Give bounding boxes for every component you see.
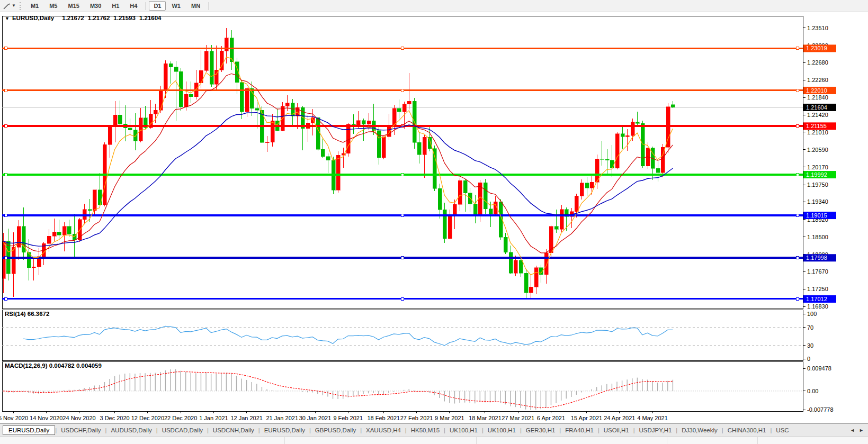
price-tick-label: 1.20170 [807, 164, 828, 170]
rsi-axis-label: 100 [807, 311, 817, 317]
hline-handle[interactable] [4, 257, 7, 259]
date-tick-label: 27 Feb 2021 [400, 415, 433, 421]
timeframe-buttons: M1M5M15M30H1H4D1W1MN [25, 1, 211, 11]
chart-tab-usdjpy-h1[interactable]: USDJPY,H1 [635, 425, 676, 435]
tab-scroll-left-icon[interactable]: ◄ [850, 428, 855, 433]
timeframe-button-m1[interactable]: M1 [26, 1, 43, 11]
price-badge-label: 1.17012 [806, 296, 827, 302]
status-bar [0, 436, 868, 444]
hline-handle[interactable] [401, 214, 404, 217]
price-tick-label: 1.19340 [807, 198, 828, 205]
date-tick-label: 24 Nov 2020 [62, 415, 95, 421]
date-tick-label: 22 Dec 2020 [164, 415, 197, 421]
hline-handle[interactable] [4, 89, 7, 92]
price-tick-label: 1.16830 [807, 303, 828, 310]
price-tick-label: 1.21840 [807, 94, 828, 101]
toolbar-separator [208, 2, 209, 10]
pane-frames [3, 16, 803, 412]
hline-handle[interactable] [796, 257, 799, 259]
hline-handle[interactable] [4, 125, 7, 128]
toolbar-separator [145, 2, 146, 10]
price-tick-label: 1.18500 [807, 234, 828, 240]
tab-scroll-right-icon[interactable]: ► [859, 428, 864, 433]
price-tick-label: 1.22260 [807, 77, 828, 83]
hline-handle[interactable] [401, 89, 404, 92]
date-tick-label: 12 Dec 2020 [131, 415, 164, 421]
hline-handle[interactable] [796, 174, 799, 176]
chart-tab-uk100-h1[interactable]: UK100,H1 [445, 425, 482, 435]
timeframe-button-m30[interactable]: M30 [85, 1, 106, 11]
hline-handle[interactable] [401, 297, 404, 300]
hline-handle[interactable] [796, 297, 799, 300]
chart-tab-eurusd-daily[interactable]: EURUSD,Daily [260, 425, 309, 435]
chart-tab-ger30-h1[interactable]: GER30,H1 [522, 425, 560, 435]
date-tick-label: 18 Feb 2021 [367, 415, 400, 421]
chart-tab-dj30-weekly[interactable]: DJ30,Weekly [677, 425, 722, 435]
chart-tab-xauusd-h4[interactable]: XAUUSD,H4 [362, 425, 405, 435]
hline-handle[interactable] [401, 174, 404, 176]
chart-tab-usc[interactable]: USC [772, 425, 793, 435]
date-tick-label: 5 Nov 2020 [0, 415, 28, 421]
chart-tab-bar: EURUSD,Daily|USDCHF,Daily|AUDUSD,Daily|U… [0, 423, 868, 436]
timeframe-button-d1[interactable]: D1 [149, 1, 166, 11]
timeframe-button-mn[interactable]: MN [186, 1, 205, 11]
rsi-axis-label: 70 [807, 324, 813, 331]
price-chart-canvas[interactable]: 1.235101.230901.226801.222601.218401.214… [0, 13, 868, 423]
date-tick-label: 27 Mar 2021 [502, 415, 534, 421]
price-badge-label: 1.19015 [806, 212, 827, 219]
tool-dropdown-caret[interactable]: ▼ [12, 4, 16, 8]
hline-handle[interactable] [401, 47, 404, 50]
date-tick-label: 9 Feb 2021 [333, 415, 363, 421]
chart-tab-gbpusd-daily[interactable]: GBPUSD,Daily [311, 425, 360, 435]
date-axis: 5 Nov 202014 Nov 202024 Nov 20203 Dec 20… [0, 411, 668, 421]
hline-handle[interactable] [796, 89, 799, 92]
date-tick-label: 12 Jan 2021 [230, 415, 263, 421]
chart-tab-usoil-h1[interactable]: USOil,H1 [599, 425, 633, 435]
hline-handle[interactable] [796, 125, 799, 128]
hline-handle[interactable] [4, 174, 7, 176]
price-tick-label: 1.17250 [807, 286, 828, 292]
chart-tab-usdcnh-daily[interactable]: USDCNH,Daily [209, 425, 258, 435]
hline-handle[interactable] [4, 214, 7, 217]
hline-handle[interactable] [4, 297, 7, 300]
chart-tab-hk50-m15[interactable]: HK50,M15 [407, 425, 444, 435]
chart-tool-button[interactable]: ▼ [1, 2, 17, 10]
hline-handle[interactable] [4, 47, 7, 50]
price-tick-label: 1.20590 [807, 147, 828, 153]
timeframe-button-w1[interactable]: W1 [167, 1, 185, 11]
timeframe-button-h4[interactable]: H4 [125, 1, 142, 11]
date-tick-label: 18 Mar 2021 [469, 415, 502, 421]
status-bar-divider [667, 437, 667, 444]
rsi-axis-label: 30 [807, 342, 813, 349]
date-tick-label: 14 Nov 2020 [30, 415, 62, 421]
chart-tab-audusd-daily[interactable]: AUDUSD,Daily [106, 425, 156, 435]
chart-tab-eurusd-daily[interactable]: EURUSD,Daily [3, 425, 55, 435]
chart-tab-usdchf-daily[interactable]: USDCHF,Daily [57, 425, 105, 435]
price-tick-label: 1.19750 [807, 182, 828, 188]
timeframe-button-h1[interactable]: H1 [107, 1, 124, 11]
toolbar-grip-handle[interactable] [20, 2, 22, 10]
hline-handle[interactable] [796, 47, 799, 50]
timeframe-toolbar: ▼ M1M5M15M30H1H4D1W1MN [0, 0, 868, 12]
chart-tab-usdcad-daily[interactable]: USDCAD,Daily [158, 425, 207, 435]
price-badge-label: 1.19992 [806, 171, 827, 178]
price-axis: 1.235101.230901.226801.222601.218401.214… [803, 25, 836, 310]
price-badge-label: 1.21155 [806, 123, 827, 129]
date-tick-label: 6 Apr 2021 [537, 415, 565, 421]
timeframe-button-m5[interactable]: M5 [44, 1, 62, 11]
chart-tab-uk100-h1[interactable]: UK100,H1 [484, 425, 520, 435]
chart-tab-fra40-h1[interactable]: FRA40,H1 [561, 425, 598, 435]
date-tick-label: 4 May 2021 [637, 415, 667, 421]
price-tick-label: 1.21010 [807, 129, 828, 135]
date-tick-label: 3 Dec 2020 [100, 415, 129, 421]
date-tick-label: 21 Jan 2021 [266, 415, 298, 421]
status-bar-divider [284, 437, 285, 444]
chart-tab-china300-h1[interactable]: CHINA300,H1 [723, 425, 771, 435]
hline-handle[interactable] [401, 257, 404, 259]
timeframe-button-m15[interactable]: M15 [63, 1, 84, 11]
price-tick-label: 1.21420 [807, 112, 828, 118]
macd-axis-label: 0.00 [807, 388, 818, 394]
status-bar-divider [476, 437, 477, 444]
hline-handle[interactable] [796, 214, 799, 217]
current-price-badge-label: 1.21604 [806, 104, 827, 111]
